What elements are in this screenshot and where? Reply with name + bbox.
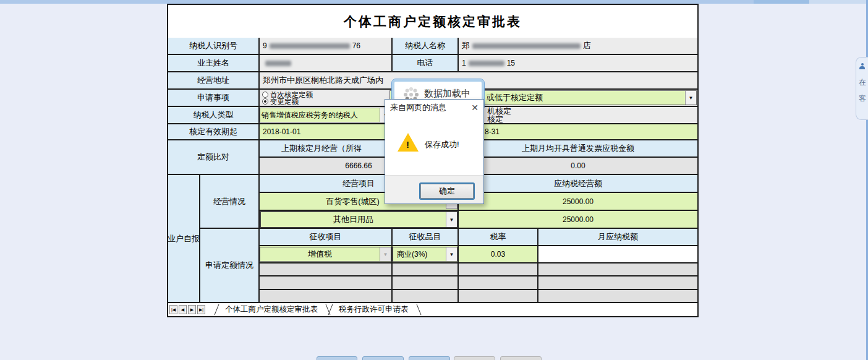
taxable-amount-header: 应纳税经营额 [459, 175, 697, 193]
bottom-action-button-3[interactable] [409, 356, 450, 360]
levy-item-arrow-icon[interactable]: ▼ [446, 247, 457, 261]
ok-button[interactable]: 确定 [419, 182, 475, 200]
bottom-action-button-1[interactable] [317, 356, 357, 360]
page: 个体工商户定额核定审批表 纳税人识别号 9 76 纳税人名称 郑 店 业主姓名 … [0, 0, 868, 360]
top-scroll-thumb[interactable] [754, 0, 809, 4]
levy-project-cell: 增值税 ▼ [260, 246, 393, 264]
bottom-action-button-5[interactable] [500, 356, 542, 360]
sheet-nav-last-button[interactable]: ▶| [197, 305, 205, 314]
monthly-tax-value[interactable] [538, 246, 697, 264]
empty-cell [393, 276, 459, 290]
sheet-nav-next-button[interactable]: ▶ [188, 305, 196, 314]
loading-text: 数据加载中 [424, 88, 470, 100]
bottom-action-button-2[interactable] [362, 356, 404, 360]
dialog-title-bar[interactable]: 来自网页的消息 ✕ [385, 100, 483, 116]
phone-prefix: 1 [462, 59, 466, 67]
tab-divider [215, 304, 220, 315]
empty-cell [538, 264, 697, 276]
valid-from-value: 2018-01-01 [263, 127, 300, 136]
taxpayer-id-label: 纳税人识别号 [168, 38, 260, 55]
close-icon[interactable]: ✕ [471, 103, 479, 113]
radio-change-quota[interactable] [262, 98, 268, 105]
radio-first-quota[interactable] [262, 92, 268, 98]
taxpayer-name-prefix: 郑 [462, 40, 470, 51]
page-title: 个体工商户定额核定审批表 [168, 5, 697, 39]
apply-matter-select-arrow-icon[interactable]: ▼ [685, 91, 696, 105]
levy-project-value: 增值税 [260, 249, 380, 260]
empty-cell [459, 290, 538, 303]
owner-name-value [260, 55, 393, 72]
owner-name-redaction [265, 61, 291, 66]
quota-compare-header-right: 上期月均开具普通发票应税金额 [459, 140, 697, 158]
project-row-1-amount: 25000.00 [459, 193, 697, 211]
bottom-action-button-4[interactable] [454, 356, 495, 360]
levy-project-select[interactable]: 增值税 ▼ [260, 247, 391, 262]
project-row-2-value: 其他日用品 [261, 214, 446, 225]
phone-value: 1 15 [459, 55, 697, 72]
tab-approval-form[interactable]: 个体工商户定额核定审批表 [221, 304, 321, 315]
taxpayer-name-suffix: 店 [583, 40, 591, 51]
sheet-nav-prev-button[interactable]: ◀ [179, 305, 187, 314]
empty-cell [538, 276, 697, 290]
project-row-2-cell: 其他日用品 ▼ [260, 211, 459, 229]
valid-from-label: 核定有效期起 [168, 124, 260, 140]
levy-item-header: 征收品目 [393, 229, 459, 246]
taxpayer-type-select[interactable]: 销售增值税应税劳务的纳税人 ▼ [260, 108, 391, 122]
taxpayer-name-redaction [472, 43, 581, 49]
levy-project-arrow-icon: ▼ [380, 247, 391, 261]
quota-compare-label: 定额比对 [168, 140, 260, 175]
phone-suffix: 15 [507, 59, 515, 67]
operating-label: 经营情况 [200, 175, 260, 229]
empty-cell [538, 290, 697, 303]
self-report-label: 业户自报 [168, 175, 200, 303]
apply-matter-label: 申请事项 [168, 90, 260, 107]
empty-cell [260, 264, 393, 276]
side-tab-char-2: 客 [859, 93, 866, 104]
taxpayer-type-label: 纳税人类型 [168, 107, 260, 124]
tab-divider [416, 304, 422, 315]
empty-cell [393, 264, 459, 276]
rate-value: 0.03 [459, 246, 538, 264]
dialog-message: 保存成功! [425, 139, 459, 150]
taxpayer-id-prefix: 9 [263, 41, 267, 50]
warning-exclamation: ! [406, 139, 409, 150]
dialog-footer: 确定 [385, 175, 483, 204]
customer-service-icon [859, 63, 865, 69]
levy-project-header: 征收项目 [260, 229, 393, 246]
spinner-icon [409, 93, 413, 96]
rate-header: 税率 [459, 229, 538, 246]
sheet-tab-bar: |◀ ◀ ▶ ▶| 个体工商户定额核定审批表 税务行政许可申请表 [168, 303, 697, 316]
taxpayer-name-label: 纳税人名称 [393, 38, 459, 55]
empty-cell [260, 290, 393, 303]
levy-item-cell: 商业(3%) ▼ [393, 246, 459, 264]
prev-invoice-value: 0.00 [459, 158, 697, 175]
taxpayer-id-redaction [270, 43, 350, 49]
quota-apply-label: 申请定额情况 [200, 229, 260, 303]
monthly-tax-header: 月应纳税额 [538, 229, 697, 246]
project-row-2-amount: 25000.00 [459, 211, 697, 229]
empty-cell [393, 290, 459, 303]
tab-license-application[interactable]: 税务行政许可申请表 [335, 304, 412, 315]
phone-label: 电话 [393, 55, 459, 72]
top-scroll-strip-right[interactable] [809, 0, 868, 4]
levy-item-value: 商业(3%) [393, 249, 446, 260]
dialog-title: 来自网页的消息 [390, 102, 446, 113]
taxpayer-id-suffix: 76 [352, 41, 360, 50]
online-service-side-tab[interactable]: 在 客 [856, 57, 868, 120]
sheet-nav-first-button[interactable]: |◀ [169, 305, 177, 314]
empty-cell [459, 276, 538, 290]
address-label: 经营地址 [168, 72, 260, 90]
phone-redaction [469, 61, 504, 66]
valid-to-fragment: 8-31 [485, 127, 500, 136]
empty-cell [260, 276, 393, 290]
taxpayer-type-cell: 销售增值税应税劳务的纳税人 ▼ [260, 107, 393, 124]
taxpayer-type-select-value: 销售增值税应税劳务的纳税人 [260, 110, 380, 121]
levy-item-select[interactable]: 商业(3%) ▼ [393, 247, 457, 262]
project-row-2-arrow-icon[interactable]: ▼ [446, 212, 457, 227]
taxpayer-id-value: 9 76 [260, 38, 393, 55]
project-row-2-select[interactable]: 其他日用品 ▼ [260, 211, 458, 228]
radio-change-quota-label: 变更定额 [270, 98, 299, 105]
owner-name-label: 业主姓名 [168, 55, 260, 72]
side-tab-char-1: 在 [859, 77, 866, 88]
webpage-message-dialog: 来自网页的消息 ✕ ! 保存成功! 确定 [385, 99, 484, 204]
